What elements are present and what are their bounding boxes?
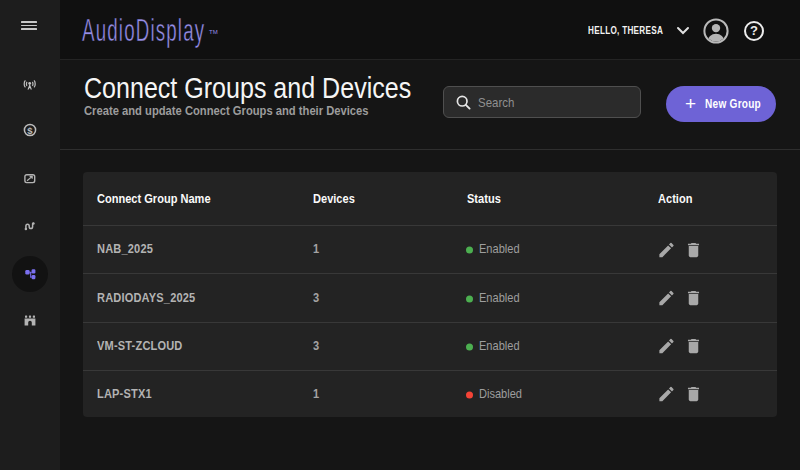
- svg-text:$: $: [27, 125, 33, 136]
